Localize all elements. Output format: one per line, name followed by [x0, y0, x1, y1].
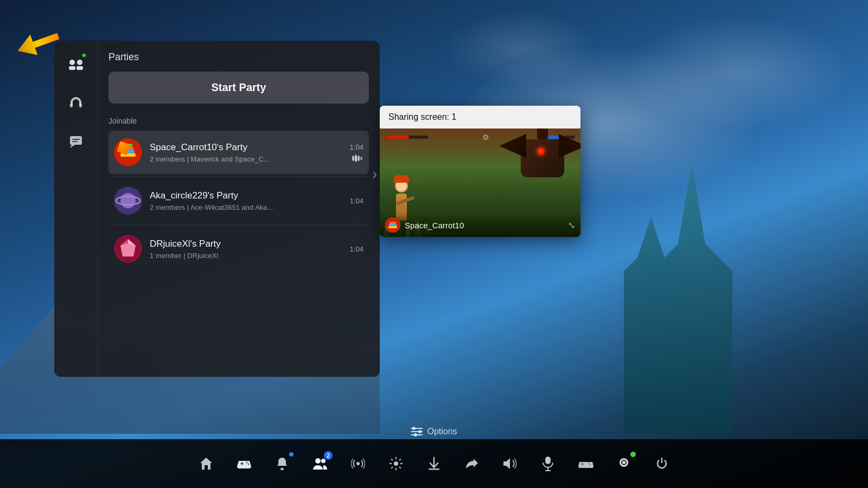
svg-point-42 — [248, 464, 250, 465]
avatar-drjuice — [114, 235, 142, 263]
svg-point-54 — [588, 463, 589, 464]
svg-rect-9 — [72, 141, 78, 142]
svg-rect-4 — [70, 104, 73, 107]
game-preview[interactable]: ⚙ — [380, 129, 580, 237]
avatar-aka-circle — [114, 187, 142, 215]
svg-rect-30 — [389, 224, 397, 226]
overlay-username: Space_Carrot10 — [405, 221, 464, 230]
party-name-space-carrot: Space_Carrot10's Party — [150, 142, 342, 153]
party-time-aka-circle: 1:04 — [350, 197, 363, 205]
party-members-drjuice: 1 member | DRjuiceXl — [150, 252, 342, 260]
taskbar-mic[interactable] — [534, 450, 561, 477]
svg-rect-5 — [79, 104, 82, 107]
taskbar-share[interactable] — [458, 450, 486, 477]
svg-rect-13 — [122, 150, 135, 153]
taskbar-friends[interactable]: 2 — [307, 450, 334, 477]
online-indicator — [81, 53, 87, 58]
sidebar-icon-chat[interactable] — [64, 130, 88, 153]
party-item-space-carrot[interactable]: Space_Carrot10's Party 2 members | Maver… — [108, 131, 369, 174]
hp-bar — [385, 136, 429, 139]
svg-marker-38 — [200, 458, 212, 470]
svg-point-19 — [360, 157, 362, 160]
party-name-aka-circle: Aka_circle229's Party — [150, 190, 342, 201]
party-time-space-carrot: 1:04 — [350, 143, 363, 151]
svg-point-44 — [315, 458, 321, 464]
panel-chevron: › — [372, 165, 377, 183]
svg-rect-36 — [418, 430, 421, 433]
party-name-drjuice: DRjuiceXl's Party — [150, 239, 342, 249]
party-meta-space-carrot: 1:04 — [350, 143, 363, 162]
panel-title: Parties — [108, 52, 369, 63]
parties-panel: Parties Start Party Joinable Space_Carro… — [54, 41, 380, 377]
svg-marker-7 — [70, 145, 75, 148]
party-members-space-carrot: 2 members | Maverick and Space_C... — [150, 155, 342, 163]
svg-point-17 — [355, 155, 357, 162]
joinable-label: Joinable — [108, 117, 369, 125]
svg-point-41 — [246, 462, 248, 464]
taskbar-controller[interactable] — [572, 450, 599, 477]
party-item-drjuice[interactable]: DRjuiceXl's Party 1 member | DRjuiceXl 1… — [108, 227, 369, 271]
svg-rect-15 — [124, 144, 132, 147]
svg-point-47 — [394, 461, 398, 466]
taskbar-power[interactable] — [648, 450, 675, 477]
overlay-avatar — [385, 217, 400, 233]
svg-rect-40 — [241, 462, 242, 465]
taskbar-broadcast[interactable] — [344, 450, 372, 477]
options-label: Options — [427, 427, 457, 436]
party-info-aka-circle: Aka_circle229's Party 2 members | Ace-Wi… — [150, 190, 342, 211]
divider-1 — [108, 176, 369, 177]
start-party-button[interactable]: Start Party — [108, 72, 369, 104]
svg-point-46 — [356, 462, 360, 465]
notification-badge — [289, 452, 293, 457]
options-bar: Options — [411, 427, 457, 436]
live-badge-space-carrot — [352, 155, 363, 162]
svg-rect-6 — [70, 136, 82, 145]
game-enemy — [521, 139, 564, 177]
taskbar-settings[interactable] — [382, 450, 410, 477]
svg-point-16 — [352, 156, 354, 161]
svg-rect-37 — [414, 433, 417, 436]
svg-rect-14 — [123, 147, 133, 150]
svg-point-18 — [358, 156, 360, 161]
taskbar-home[interactable] — [193, 450, 220, 477]
svg-rect-35 — [412, 427, 415, 430]
decorative-arrow — [16, 33, 60, 54]
party-info-space-carrot: Space_Carrot10's Party 2 members | Maver… — [150, 142, 342, 163]
sharing-popup: Sharing screen: 1 ⚙ — [380, 106, 580, 237]
sidebar — [54, 41, 98, 377]
taskbar-trophy[interactable] — [610, 450, 637, 477]
taskbar-game[interactable] — [231, 450, 258, 477]
svg-rect-8 — [72, 139, 80, 140]
taskbar-volume[interactable] — [496, 450, 524, 477]
options-icon — [411, 427, 423, 436]
svg-rect-3 — [76, 66, 83, 70]
friends-badge: 2 — [324, 451, 333, 460]
svg-rect-0 — [69, 60, 75, 65]
expand-controls: ⤡ — [568, 220, 575, 230]
party-time-drjuice: 1:04 — [350, 245, 363, 253]
hud-settings: ⚙ — [482, 133, 489, 142]
sidebar-icon-headset[interactable] — [64, 91, 88, 114]
svg-rect-12 — [120, 153, 136, 157]
party-item-aka-circle[interactable]: Aka_circle229's Party 2 members | Ace-Wi… — [108, 179, 369, 222]
svg-rect-29 — [388, 226, 397, 228]
taskbar-notifications[interactable] — [269, 450, 296, 477]
party-meta-drjuice: 1:04 — [350, 245, 363, 253]
party-meta-aka-circle: 1:04 — [350, 197, 363, 205]
taskbar: 2 — [0, 439, 868, 488]
avatar-space-carrot — [114, 138, 142, 166]
party-info-drjuice: DRjuiceXl's Party 1 member | DRjuiceXl — [150, 239, 342, 260]
svg-rect-49 — [545, 457, 551, 464]
divider-2 — [108, 224, 369, 225]
hp-fill — [385, 136, 409, 139]
svg-rect-2 — [69, 66, 75, 70]
sharing-popup-header: Sharing screen: 1 — [380, 106, 580, 129]
svg-point-55 — [589, 464, 590, 465]
svg-rect-1 — [77, 60, 82, 65]
svg-point-43 — [280, 468, 284, 470]
svg-point-45 — [321, 459, 326, 463]
taskbar-download[interactable] — [420, 450, 448, 477]
svg-rect-53 — [582, 463, 583, 465]
sidebar-icon-party[interactable] — [64, 52, 88, 75]
svg-rect-31 — [390, 222, 396, 224]
